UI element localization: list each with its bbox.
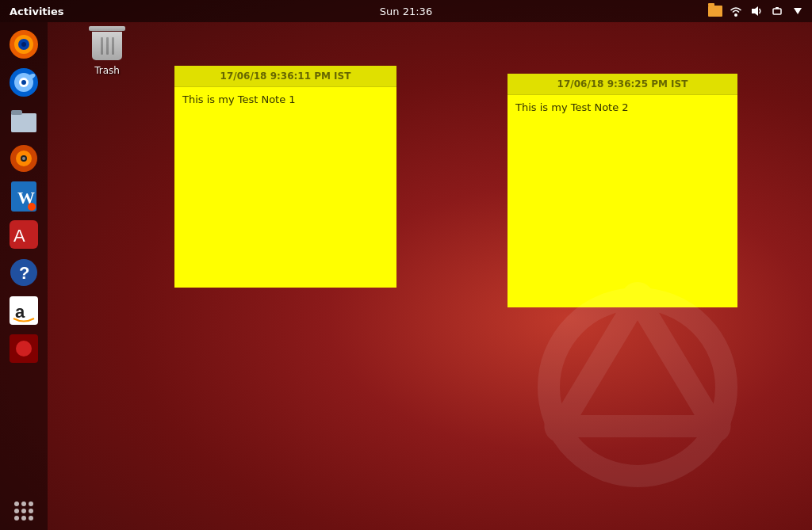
trash-desktop-icon[interactable]: Trash [79, 26, 135, 76]
svg-rect-16 [11, 110, 22, 115]
sticky-note-2[interactable]: 17/06/18 9:36:25 PM IST This is my Test … [508, 74, 737, 307]
svg-line-38 [638, 299, 714, 426]
grid-dot [14, 516, 19, 520]
svg-text:A: A [13, 226, 25, 246]
svg-point-23 [28, 203, 36, 211]
rhythmbox-icon [10, 144, 38, 173]
trash-line [112, 37, 114, 55]
note1-content[interactable]: This is my Test Note 1 [174, 87, 396, 288]
appstore-icon: A [10, 220, 38, 249]
activities-button[interactable]: Activities [0, 0, 74, 22]
note2-timestamp: 17/06/18 9:36:25 PM IST [508, 74, 737, 95]
dock-item-appstore[interactable]: A [6, 217, 41, 252]
svg-point-0 [734, 13, 737, 17]
svg-point-12 [21, 80, 26, 85]
ubuntu-watermark [527, 276, 749, 498]
files-topbar-icon[interactable] [707, 3, 723, 19]
network-topbar-icon[interactable] [728, 3, 744, 19]
help-icon: ? [10, 258, 38, 287]
dock-item-app[interactable] [6, 331, 41, 366]
note2-content[interactable]: This is my Test Note 2 [508, 95, 737, 307]
topbar-menu-button[interactable] [790, 3, 806, 19]
grid-dot [21, 516, 26, 520]
dock-item-help[interactable]: ? [6, 255, 41, 290]
grid-dot [29, 516, 33, 520]
grid-dot [29, 501, 33, 506]
note1-timestamp: 17/06/18 9:36:11 PM IST [174, 66, 396, 87]
svg-line-36 [561, 299, 638, 426]
desktop: Trash 17/06/18 9:36:11 PM IST This is my… [48, 22, 812, 530]
grid-dot [21, 509, 26, 513]
power-topbar-icon[interactable] [769, 3, 785, 19]
trash-label: Trash [94, 65, 120, 76]
trash-lines [101, 37, 114, 55]
svg-text:?: ? [19, 263, 29, 283]
dock-item-amazon[interactable]: a [6, 293, 41, 328]
amazon-icon: a [10, 296, 38, 325]
svg-marker-4 [794, 8, 802, 14]
trash-line [106, 37, 109, 55]
folder-icon [708, 6, 722, 17]
clock: Sun 21:36 [380, 6, 432, 17]
writer-icon: W [11, 181, 36, 212]
files-icon [10, 107, 38, 134]
network-icon [729, 6, 743, 17]
thunderbird-icon [9, 67, 39, 97]
grid-dot [21, 501, 26, 506]
svg-marker-1 [752, 6, 758, 16]
svg-rect-15 [11, 113, 36, 132]
trash-bin-image [90, 26, 124, 63]
grid-dot [14, 509, 19, 513]
svg-rect-3 [776, 7, 779, 9]
dock-item-rhythmbox[interactable] [6, 141, 41, 176]
volume-icon [750, 6, 763, 17]
trash-line [101, 37, 103, 55]
svg-point-34 [544, 410, 577, 443]
firefox-icon [9, 29, 39, 59]
dock-item-thunderbird[interactable] [6, 65, 41, 100]
topbar: Activities Sun 21:36 [0, 0, 812, 22]
svg-point-8 [21, 42, 26, 47]
dock-item-files[interactable] [6, 103, 41, 138]
grid-dot [29, 509, 33, 513]
trash-body [92, 32, 122, 60]
svg-point-20 [22, 157, 25, 160]
dock: W A ? a [0, 22, 48, 530]
trash-lid [89, 26, 125, 31]
power-icon [771, 5, 783, 17]
volume-topbar-icon[interactable] [749, 3, 764, 19]
chevron-down-icon [794, 8, 802, 14]
dock-item-writer[interactable]: W [6, 179, 41, 214]
sticky-note-1[interactable]: 17/06/18 9:36:11 PM IST This is my Test … [174, 66, 396, 288]
app-icon [10, 334, 38, 363]
svg-rect-2 [773, 9, 781, 14]
topbar-icons [707, 3, 806, 19]
svg-point-32 [549, 299, 726, 476]
svg-point-35 [698, 410, 731, 443]
grid-dot [14, 501, 19, 506]
app-grid-button[interactable] [14, 501, 33, 520]
dock-item-firefox[interactable] [6, 27, 41, 62]
svg-text:a: a [15, 302, 25, 322]
svg-point-31 [16, 341, 32, 357]
